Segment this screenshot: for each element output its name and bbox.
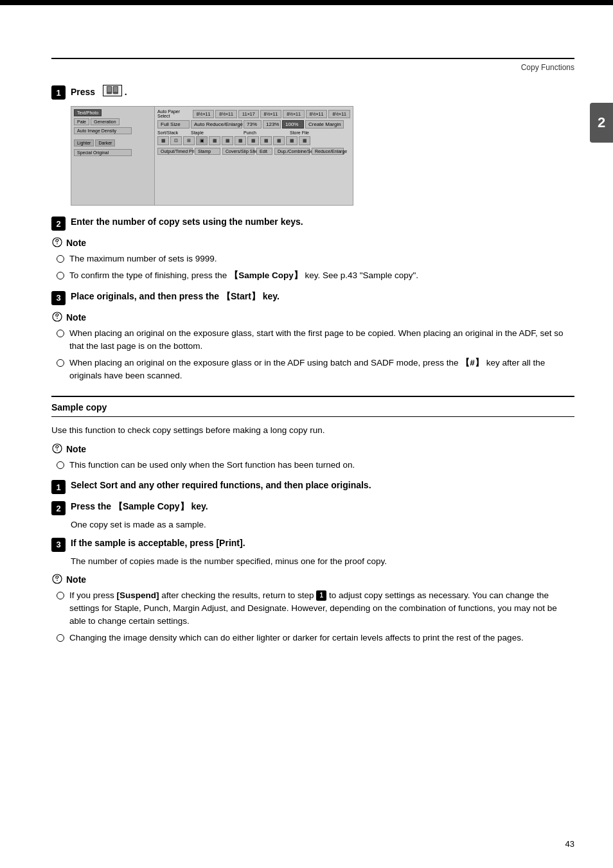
step-1-number: 1	[51, 85, 66, 100]
step-2-block: 2 Enter the number of copy sets using th…	[51, 216, 574, 231]
note-icon	[51, 237, 63, 249]
step-2-note-title: Note	[51, 237, 574, 249]
step-1-text: Press .	[71, 85, 127, 99]
note-icon-3	[51, 443, 63, 455]
step-3-note-item-2: When placing an original on the exposure…	[51, 357, 574, 383]
step-3-note-title: Note	[51, 312, 574, 323]
sample-step-3-note-title: Note	[51, 574, 574, 585]
sample-step-2-number: 2	[51, 501, 66, 515]
step-3-note-item-1: When placing an original on the exposure…	[51, 327, 574, 353]
sample-step-3-subtext: The number of copies made is the number …	[71, 554, 574, 569]
svg-point-4	[57, 244, 58, 245]
header-title: Copy Functions	[521, 63, 574, 72]
sample-step-3-text: If the sample is acceptable, press [Prin…	[71, 537, 245, 550]
sample-copy-note-title: Note	[51, 443, 574, 455]
sample-step-2-subtext: One copy set is made as a sample.	[71, 518, 574, 532]
step-2-note-item-1: The maximum number of sets is 9999.	[51, 252, 574, 265]
sample-copy-note-item: This function can be used only when the …	[51, 459, 574, 472]
note-bullet	[57, 461, 64, 469]
header-bar	[0, 0, 613, 5]
sample-step-1-text: Select Sort and any other required funct…	[71, 479, 371, 492]
step-3-block: 3 Place originals, and then press the 【S…	[51, 290, 574, 305]
sample-step-3-number: 3	[51, 538, 66, 552]
step-1-block: 1 Press .	[51, 85, 574, 100]
sample-step-1-number: 1	[51, 480, 66, 494]
page-header: Copy Functions	[51, 63, 574, 72]
header-line	[51, 58, 574, 59]
svg-point-5	[57, 317, 58, 319]
svg-rect-1	[107, 87, 111, 92]
note-bullet	[57, 272, 64, 279]
step-2-text: Enter the number of copy sets using the …	[71, 216, 303, 229]
svg-point-6	[57, 450, 58, 451]
sample-step-2-block: 2 Press the 【Sample Copy】 key.	[51, 500, 574, 515]
step-3-text: Place originals, and then press the 【Sta…	[71, 290, 280, 303]
note-icon-2	[51, 312, 63, 323]
step-2-notes: Note The maximum number of sets is 9999.…	[51, 237, 574, 283]
sample-step-1-block: 1 Select Sort and any other required fun…	[51, 479, 574, 494]
step-2-number: 2	[51, 217, 66, 231]
sample-step-3-notes: Note If you press [Suspend] after checki…	[51, 574, 574, 645]
copier-screen: Text/Photo Pale Generation Auto Image De…	[71, 106, 353, 206]
note-bullet	[57, 255, 64, 263]
step-1-key-icon	[103, 85, 122, 96]
page-number: 43	[565, 839, 574, 849]
sample-step-3-note-item-2: Changing the image density which can do …	[51, 632, 574, 644]
sample-step-3-block: 3 If the sample is acceptable, press [Pr…	[51, 537, 574, 552]
sample-copy-intro: Use this function to check copy settings…	[51, 423, 574, 438]
note-bullet	[57, 634, 64, 642]
note-bullet	[57, 359, 64, 367]
sample-step-3-note-item-1: If you press [Suspend] after checking th…	[51, 589, 574, 628]
sample-copy-note: Note This function can be used only when…	[51, 443, 574, 472]
step-3-number: 3	[51, 291, 66, 305]
sample-step-2-text: Press the 【Sample Copy】 key.	[71, 500, 208, 513]
step-3-notes: Note When placing an original on the exp…	[51, 312, 574, 383]
svg-point-7	[57, 580, 58, 581]
chapter-tab: 2	[590, 103, 613, 143]
note-bullet	[57, 592, 64, 599]
section-divider	[51, 396, 574, 397]
note-icon-4	[51, 574, 63, 585]
svg-rect-3	[114, 87, 118, 92]
section-divider-thin	[51, 416, 574, 417]
note-bullet	[57, 330, 64, 337]
step-2-note-item-2: To confirm the type of finishing, press …	[51, 269, 574, 282]
sample-copy-section-title: Sample copy	[51, 402, 574, 412]
